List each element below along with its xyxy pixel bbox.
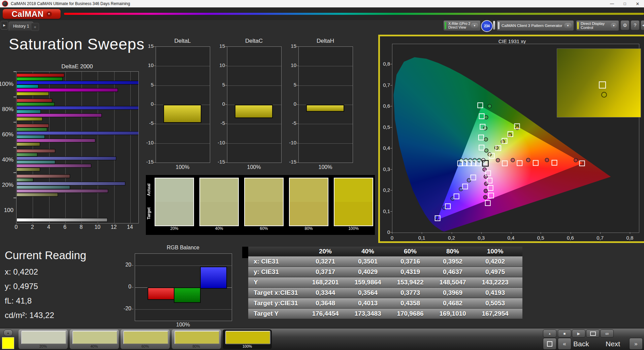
cie-x-tick [392,232,392,234]
maximize-icon[interactable]: □ [618,0,631,7]
swatch-color [174,331,220,344]
cie-y-tick-label: 0 [381,229,390,235]
actual-swatch [334,178,373,202]
swatch-column [155,178,194,226]
delta-chart-title: DeltaC [227,38,281,44]
cie-x-tick [452,232,452,234]
y-tick [13,97,16,97]
pattern-swatch-100%[interactable]: 100% [223,329,272,349]
calman-menu-button[interactable]: CalMAN ▼ [3,9,61,19]
collapse-panel-button[interactable]: ◀ [641,20,644,30]
y-tick [154,124,156,124]
settings-button[interactable]: ⚙ [620,20,630,30]
y-tick-label: 10 [285,62,296,68]
cie-measured-marker [511,158,515,162]
window-icon [547,341,552,347]
table-cell: 148,5047 [431,277,474,287]
pattern-window-button[interactable] [543,338,556,350]
swatch-color [72,331,118,344]
window-title: CalMAN 2018 CalMAN Ultimate for Business… [11,1,130,6]
table-cell: 176,4454 [304,309,347,319]
y-tick-label: 5 [142,82,154,88]
table-row-label: y: CIE31 [248,267,304,277]
pattern-swatch-40%[interactable]: 40% [70,329,119,349]
pattern-popup-button[interactable]: ▲ [3,329,13,336]
swatch-color [21,331,66,344]
y-tick [132,287,133,287]
display-control-dropdown[interactable]: Direct Display Control ▼ [576,20,619,31]
display-capture-button[interactable] [586,329,600,338]
table-cell: 0,4013 [347,298,389,308]
table-row-label: Target Y [248,309,304,319]
up-arrow-icon: ▲ [7,331,9,335]
up-arrow-icon: ▲ [548,332,551,335]
delta-bar [163,105,201,123]
y-tick-label: -20 [121,306,131,312]
add-tab-button[interactable]: + [31,23,39,31]
table-cell: 169,1010 [431,309,474,319]
pattern-swatch-60%[interactable]: 60% [121,329,170,349]
cie-x-tick [630,232,630,234]
y-tick [225,162,227,163]
meter-dropdown[interactable]: X-Rite i1Pro 2 Direct View ▼ [443,20,481,31]
play-button[interactable]: ▶ [572,329,585,338]
swatch-column-label: 40% [199,226,239,231]
y-tick-label: 5 [214,82,225,88]
cie-measured-marker [484,115,488,119]
cie-y-tick [390,64,392,64]
table-cell: 0,5053 [474,298,516,308]
actual-swatch [155,178,193,202]
help-button[interactable]: ? [631,20,640,30]
table-cell: 0,3717 [304,267,347,277]
deltae-bar [17,174,70,178]
stop-button[interactable]: ■ [558,329,571,338]
cie-y-tick [390,127,392,128]
meter-count-badge[interactable]: 234 [481,20,493,32]
deltae-bar [17,113,102,117]
continuous-measure-button[interactable]: ∞ [600,329,614,338]
close-icon[interactable]: ✕ [631,0,644,7]
rainbow-stripe [64,13,644,15]
table-cell: 167,2954 [474,309,516,319]
gridline [227,85,281,86]
cie-y-tick-label: 0,8 [381,61,390,67]
swatch-column [334,178,373,226]
deltae-bar [17,193,58,197]
table-header-cell: 60% [389,247,431,256]
y-tick-label: -10 [142,140,154,145]
cie-measured-marker [434,216,438,219]
gridline [114,72,115,223]
x-tick-label: 14 [125,224,135,230]
prev-layout-button[interactable]: « [558,338,571,350]
next-layout-button[interactable]: » [629,338,643,350]
next-button[interactable]: Next [606,340,620,348]
deltae-group-label: 100% [0,81,13,88]
y-tick [297,124,298,124]
pattern-generator-dropdown[interactable]: CalMAN Client 3 Pattern Generator ▼ [496,20,574,31]
cie-x-tick [571,232,571,234]
pattern-window-up-button[interactable]: ▲ [543,329,556,338]
back-button[interactable]: Back [573,340,589,348]
swatch-column [199,178,239,226]
tab-scroll-button[interactable]: ▶ [1,21,8,30]
table-cell: 0,3952 [431,256,474,267]
table-header-empty [248,247,304,256]
pattern-bar: ▲ 20%40%60%80%100% ▲ ■ ▶ ∞ « Back Next » [0,328,644,350]
y-tick [225,143,227,143]
y-tick-label: 15 [214,43,225,49]
rgb-bar-green [174,287,201,303]
pattern-swatch-80%[interactable]: 80% [172,329,221,349]
minimize-icon[interactable]: — [606,0,618,7]
cie-y-tick-label: 0,6 [381,103,390,109]
table-row: Y168,2201159,9864153,9422148,5047143,222… [248,277,522,287]
table-cell: 0,3344 [304,288,347,298]
gridline [49,72,50,223]
pattern-swatch-20%[interactable]: 20% [19,329,68,349]
tab-history-1[interactable]: History 1 [9,22,33,31]
swatch-column [289,178,328,226]
rgb-balance-x-label: 100% [135,322,231,328]
table-cell: 0,4319 [389,267,431,277]
target-swatch [200,202,238,225]
cie-y-tick-label: 0,3 [381,166,390,172]
gridline [299,124,353,124]
